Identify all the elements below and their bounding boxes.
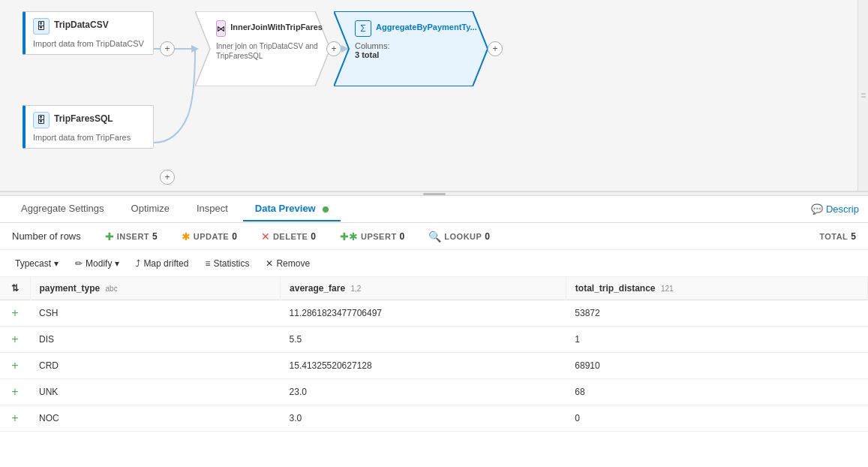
node-tripdatacsv[interactable]: 🗄 TripDataCSV Import data from TripDataC…	[23, 11, 154, 55]
node-subtitle-4: Columns: 3 total	[355, 41, 477, 59]
statistics-icon: ≡	[205, 258, 210, 269]
data-table: ⇅ payment_type abc average_fare 1,2 tota…	[0, 277, 868, 467]
join-icon: ⋈	[216, 20, 226, 37]
col-header-average-fare[interactable]: average_fare 1,2	[281, 277, 566, 300]
tab-aggregate-settings[interactable]: Aggregate Settings	[9, 197, 116, 221]
total-stat: TOTAL 5	[819, 231, 856, 242]
row-indicator: +	[0, 379, 30, 405]
total-label: TOTAL	[819, 232, 848, 241]
table-row: + DIS 5.5 1	[0, 327, 868, 353]
table-row: + UNK 23.0 68	[0, 379, 868, 405]
pipeline-canvas: 🗄 TripDataCSV Import data from TripDataC…	[0, 0, 868, 191]
database-icon-2: 🗄	[33, 112, 50, 128]
typecast-chevron: ▾	[54, 258, 59, 269]
cell-payment-type: CRD	[30, 353, 281, 379]
payment-type-badge: abc	[106, 285, 118, 293]
insert-count: 5	[152, 231, 158, 242]
col-header-payment-type[interactable]: payment_type abc	[30, 277, 281, 300]
statistics-label: Statistics	[213, 258, 249, 269]
cell-payment-type: NOC	[30, 405, 281, 432]
upsert-stat: ✚✱ UPSERT 0	[340, 230, 404, 243]
cell-payment-type: CSH	[30, 300, 281, 327]
tab-inspect[interactable]: Inspect	[185, 197, 240, 221]
row-indicator: +	[0, 405, 30, 432]
table-body: + CSH 11.2861823477706497 53872 + DIS 5.…	[0, 300, 868, 432]
rows-label: Number of rows	[12, 230, 81, 242]
node-subtitle-2: Import data from TripFares	[33, 133, 146, 142]
chat-icon: 💬	[811, 203, 823, 215]
upsert-label: UPSERT	[361, 232, 397, 241]
tab-data-preview[interactable]: Data Preview	[243, 197, 341, 221]
table-row: + NOC 3.0 0	[0, 405, 868, 432]
divider-handle	[423, 193, 446, 195]
cell-average-fare: 23.0	[281, 379, 566, 405]
cell-total-trip-distance: 1	[566, 327, 867, 353]
cell-total-trip-distance: 53872	[566, 300, 867, 327]
node-aggregate[interactable]: Σ AggregateByPaymentTy... Columns: 3 tot…	[334, 11, 488, 86]
data-preview-dot	[323, 206, 329, 212]
average-fare-badge: 1,2	[350, 285, 361, 293]
lookup-label: LOOKUP	[444, 232, 482, 241]
plus-after-tripfaressql[interactable]: +	[160, 170, 175, 185]
lookup-count: 0	[485, 231, 490, 242]
typecast-button[interactable]: Typecast ▾	[9, 256, 65, 271]
tabs-bar: Aggregate Settings Optimize Inspect Data…	[0, 196, 868, 223]
cell-average-fare: 5.5	[281, 327, 566, 353]
modify-chevron: ▾	[115, 258, 119, 269]
toolbar: Typecast ▾ ✏ Modify ▾ ⤴ Map drifted ≡ St…	[0, 250, 868, 277]
cell-payment-type: DIS	[30, 327, 281, 353]
col-header-total-trip-distance[interactable]: total_trip_distance 121	[566, 277, 867, 300]
remove-label: Remove	[276, 258, 310, 269]
map-drifted-icon: ⤴	[136, 258, 140, 269]
node-title-3: InnerJoinWithTripFares	[230, 23, 323, 32]
row-indicator: +	[0, 353, 30, 379]
cell-total-trip-distance: 68910	[566, 353, 867, 379]
tabs-right-action[interactable]: 💬 Descrip	[811, 203, 859, 215]
plus-after-tripdatacsv[interactable]: +	[160, 41, 175, 56]
total-count: 5	[851, 231, 856, 242]
node-title-4: AggregateByPaymentTy...	[376, 23, 477, 32]
node-title-2: TripFaresSQL	[54, 113, 113, 124]
plus-after-aggregate[interactable]: +	[488, 41, 503, 56]
cell-average-fare: 3.0	[281, 405, 566, 432]
typecast-label: Typecast	[15, 258, 51, 269]
cell-total-trip-distance: 0	[566, 405, 867, 432]
upsert-icon: ✚✱	[340, 230, 358, 243]
row-indicator: +	[0, 300, 30, 327]
bottom-panel: Aggregate Settings Optimize Inspect Data…	[0, 196, 868, 467]
delete-icon: ✕	[261, 230, 270, 243]
node-tripfaressql[interactable]: 🗄 TripFaresSQL Import data from TripFare…	[23, 105, 154, 149]
remove-button[interactable]: ✕ Remove	[260, 256, 316, 271]
results-table: ⇅ payment_type abc average_fare 1,2 tota…	[0, 277, 868, 432]
modify-button[interactable]: ✏ Modify ▾	[69, 256, 125, 271]
row-indicator: +	[0, 327, 30, 353]
update-stat: ✱ UPDATE 0	[182, 230, 237, 243]
upsert-count: 0	[400, 231, 405, 242]
delete-count: 0	[311, 231, 316, 242]
cell-average-fare: 11.2861823477706497	[281, 300, 566, 327]
delete-stat: ✕ DELETE 0	[261, 230, 316, 243]
node-innerjoin[interactable]: ⋈ InnerJoinWithTripFares Inner join on T…	[195, 11, 330, 86]
insert-icon: ✚	[105, 230, 114, 243]
node-subtitle-3: Inner join on TripDataCSV and TripFaresS…	[216, 41, 323, 61]
table-header-row: ⇅ payment_type abc average_fare 1,2 tota…	[0, 277, 868, 300]
statistics-button[interactable]: ≡ Statistics	[199, 256, 255, 271]
remove-icon: ✕	[266, 258, 273, 269]
plus-after-innerjoin[interactable]: +	[326, 41, 341, 56]
node-title: TripDataCSV	[54, 20, 109, 30]
map-drifted-label: Map drifted	[143, 258, 188, 269]
node-subtitle: Import data from TripDataCSV	[33, 39, 146, 48]
lookup-stat: 🔍 LOOKUP 0	[428, 230, 490, 243]
stats-bar: Number of rows ✚ INSERT 5 ✱ UPDATE 0 ✕ D…	[0, 223, 868, 250]
col-header-selector[interactable]: ⇅	[0, 277, 30, 300]
modify-label: Modify	[86, 258, 112, 269]
sort-icon: ⇅	[11, 283, 19, 294]
tab-optimize[interactable]: Optimize	[119, 197, 182, 221]
delete-label: DELETE	[273, 232, 308, 241]
insert-label: INSERT	[117, 232, 149, 241]
map-drifted-button[interactable]: ⤴ Map drifted	[130, 256, 194, 271]
lookup-icon: 🔍	[428, 230, 441, 243]
cell-total-trip-distance: 68	[566, 379, 867, 405]
update-label: UPDATE	[194, 232, 229, 241]
right-panel-stub	[857, 0, 868, 191]
